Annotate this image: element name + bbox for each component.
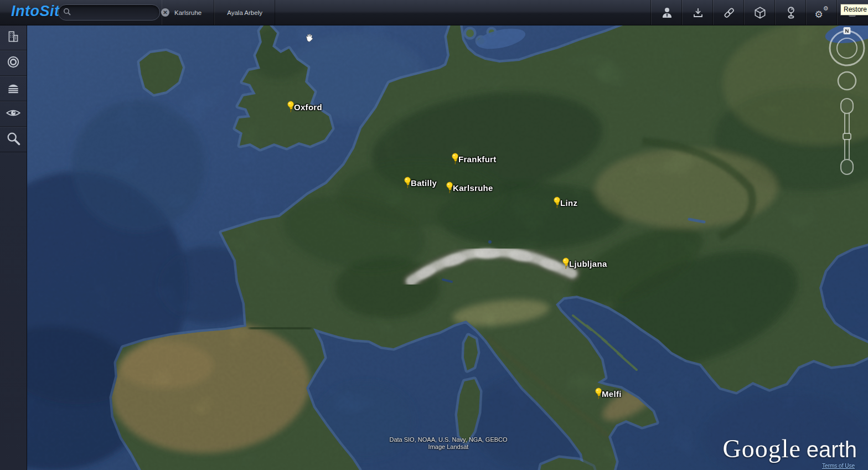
user-icon[interactable] bbox=[651, 0, 682, 25]
tab-ayala-arbely[interactable]: Ayala Arbely bbox=[214, 0, 275, 25]
pin-label: Batilly bbox=[411, 178, 437, 188]
search-icon bbox=[6, 131, 21, 148]
pin-label: Melfi bbox=[602, 389, 622, 399]
download-icon[interactable] bbox=[682, 0, 713, 25]
search-box[interactable]: ✕ bbox=[58, 4, 160, 20]
zoom-in-button bbox=[841, 99, 853, 113]
earth-nav-controls[interactable]: N bbox=[827, 27, 867, 187]
tab-karlsruhe[interactable]: Karlsruhe bbox=[162, 0, 214, 25]
settings-gears-icon[interactable]: ⚙ ⚙ bbox=[806, 0, 837, 25]
zoom-slider-handle bbox=[843, 133, 851, 140]
top-bar: IntoSite ✕ Karlsruhe Ayala Arbely bbox=[0, 0, 868, 25]
layers-icon bbox=[6, 80, 20, 97]
target-circles-icon bbox=[6, 55, 20, 71]
sidebar-item-layers[interactable] bbox=[0, 76, 27, 101]
topbar-icon-strip: ⚙ ⚙ bbox=[651, 0, 868, 25]
topbar-tabs: Karlsruhe Ayala Arbely bbox=[162, 0, 275, 25]
search-icon bbox=[63, 8, 71, 18]
buildings-icon bbox=[6, 29, 20, 46]
pin-label: Oxford bbox=[294, 102, 322, 112]
compass-north-label: N bbox=[845, 28, 849, 34]
sidebar-item-search[interactable] bbox=[0, 127, 27, 152]
sidebar-item-buildings[interactable] bbox=[0, 25, 27, 50]
pin-label: Frankfurt bbox=[458, 154, 497, 164]
app-window: IntoSite ✕ Karlsruhe Ayala Arbely bbox=[0, 0, 868, 470]
map-viewport[interactable] bbox=[27, 25, 868, 470]
cube-icon[interactable] bbox=[744, 0, 775, 25]
sidebar-item-visibility[interactable] bbox=[0, 101, 27, 127]
satellite-map bbox=[27, 25, 868, 470]
compass-ring bbox=[830, 31, 864, 65]
search-input[interactable] bbox=[71, 9, 161, 17]
pin-label: Linz bbox=[560, 198, 577, 208]
pin-label: Karlsruhe bbox=[453, 183, 493, 193]
placemark-pin-icon[interactable] bbox=[775, 0, 806, 25]
link-icon[interactable] bbox=[713, 0, 744, 25]
terms-of-use-link[interactable]: Terms of Use bbox=[822, 463, 855, 469]
look-ring bbox=[838, 72, 856, 90]
restore-down-tooltip: Restore Do bbox=[840, 4, 868, 16]
zoom-out-button bbox=[841, 159, 853, 174]
left-sidebar bbox=[0, 25, 27, 470]
pin-label: Ljubljana bbox=[569, 259, 607, 268]
sidebar-item-target[interactable] bbox=[0, 50, 27, 76]
eye-icon bbox=[6, 105, 21, 123]
